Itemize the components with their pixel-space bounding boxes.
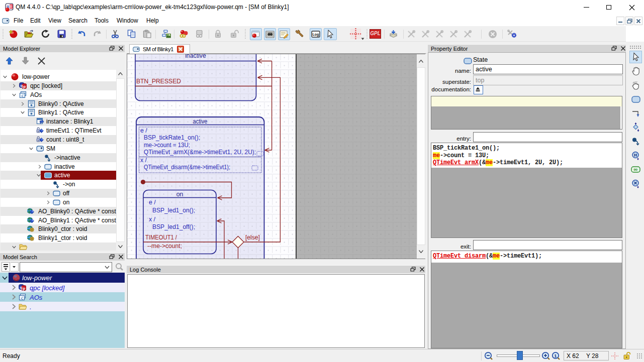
svg-text:BSP_tickRate1_on();: BSP_tickRate1_on();	[144, 134, 200, 141]
svg-text:x /: x /	[149, 216, 156, 223]
svg-text:x /: x /	[140, 157, 147, 164]
svg-text:e /: e /	[140, 127, 147, 134]
svg-text:inactive: inactive	[185, 54, 206, 59]
svg-text:∞: ∞	[634, 166, 638, 172]
svg-text:on: on	[176, 191, 183, 198]
svg-text:1: 1	[554, 353, 557, 358]
svg-text:active: active	[193, 118, 208, 125]
svg-text:BTN_PRESSED: BTN_PRESSED	[136, 78, 181, 85]
svg-text:H: H	[633, 153, 636, 158]
svg-text:QTimeEvt_disarm(&me->timeEvt1): QTimeEvt_disarm(&me->timeEvt1);	[144, 164, 230, 171]
svg-text:BSP_led1_off();: BSP_led1_off();	[152, 223, 195, 230]
svg-text:[else]: [else]	[245, 234, 260, 241]
svg-text:Log: Log	[313, 33, 319, 37]
svg-text:me->count = 13U;: me->count = 13U;	[144, 142, 190, 149]
svg-text:BSP_led1_on();: BSP_led1_on();	[152, 207, 195, 214]
svg-text:e /: e /	[149, 199, 156, 206]
svg-text:--me->count;: --me->count;	[147, 243, 182, 250]
svg-text:TIMEOUT1 /: TIMEOUT1 /	[145, 234, 177, 241]
svg-text:QTimeEvt_armX(&me->timeEvt1, 2: QTimeEvt_armX(&me->timeEvt1, 2U, 2U);	[144, 149, 256, 156]
